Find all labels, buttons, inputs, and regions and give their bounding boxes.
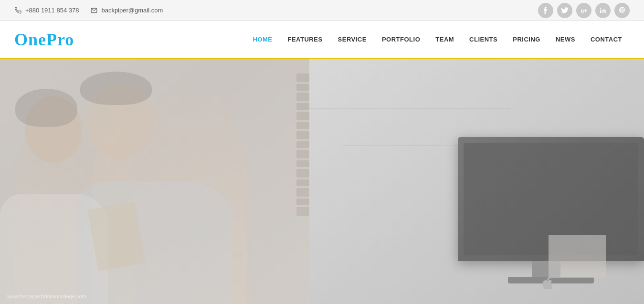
pinterest-icon[interactable]: [614, 3, 630, 18]
nav-portfolio[interactable]: PORTFOLIO: [374, 31, 428, 48]
social-icons-group: g+: [538, 3, 630, 18]
nav-service[interactable]: SERVICE: [330, 31, 374, 48]
nav-news[interactable]: NEWS: [548, 31, 583, 48]
nav-pricing[interactable]: PRICING: [505, 31, 548, 48]
nav-features[interactable]: FEATURES: [280, 31, 330, 48]
top-bar-left: +880 1911 854 378 backpiper@gmail.com: [14, 7, 163, 14]
facebook-icon[interactable]: [538, 3, 553, 18]
svg-point-1: [600, 8, 601, 9]
watermark: www.heritagechristiancollege.com: [7, 294, 86, 299]
email-item: backpiper@gmail.com: [90, 7, 163, 14]
top-bar: +880 1911 854 378 backpiper@gmail.com: [0, 0, 644, 21]
hero-overlay: [0, 59, 644, 304]
header: OnePro HOME FEATURES SERVICE PORTFOLIO T…: [0, 21, 644, 59]
twitter-icon[interactable]: [557, 3, 572, 18]
logo[interactable]: OnePro: [14, 30, 74, 50]
google-plus-icon[interactable]: g+: [576, 3, 591, 18]
nav-contact[interactable]: CONTACT: [583, 31, 630, 48]
main-nav: HOME FEATURES SERVICE PORTFOLIO TEAM CLI…: [245, 31, 630, 48]
hero-section: www.heritagechristiancollege.com: [0, 59, 644, 304]
nav-home[interactable]: HOME: [245, 31, 280, 48]
nav-team[interactable]: TEAM: [428, 31, 462, 48]
linkedin-icon[interactable]: [595, 3, 611, 18]
email-icon: [90, 7, 98, 14]
email-address: backpiper@gmail.com: [101, 7, 163, 14]
phone-number: +880 1911 854 378: [25, 7, 79, 14]
nav-clients[interactable]: CLIENTS: [462, 31, 505, 48]
phone-item: +880 1911 854 378: [14, 7, 79, 14]
phone-icon: [14, 7, 22, 14]
